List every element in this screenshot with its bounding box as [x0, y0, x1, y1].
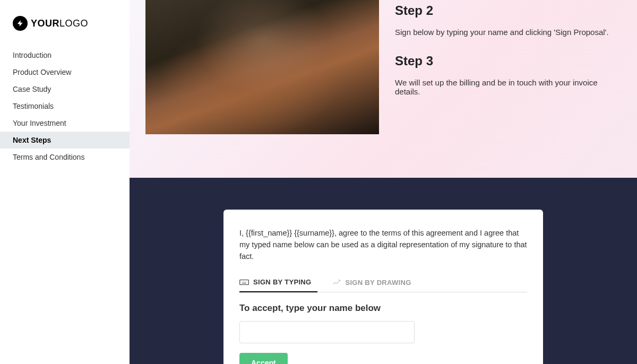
signature-section: I, {{first_name}} {{surname}}, agree to …: [130, 178, 637, 364]
name-input[interactable]: [239, 321, 415, 343]
pen-icon: [332, 279, 341, 286]
step3-text: We will set up the billing and be in tou…: [395, 78, 621, 96]
sidebar: YOURLOGO Introduction Product Overview C…: [0, 0, 130, 364]
tab-typing-label: SIGN BY TYPING: [253, 278, 311, 286]
sign-tabs: SIGN BY TYPING SIGN BY DRAWING: [239, 274, 527, 292]
step-image: [145, 0, 379, 134]
accept-label: To accept, type your name below: [239, 303, 527, 314]
accept-button[interactable]: Accept: [239, 353, 288, 364]
signature-card: I, {{first_name}} {{surname}}, agree to …: [223, 210, 543, 364]
svg-rect-0: [240, 280, 249, 284]
tab-drawing-label: SIGN BY DRAWING: [345, 279, 411, 287]
nav-list: Introduction Product Overview Case Study…: [0, 47, 130, 166]
tab-sign-by-drawing[interactable]: SIGN BY DRAWING: [332, 274, 417, 292]
main-content: Step 2 Sign below by typing your name an…: [130, 0, 637, 364]
steps-content: Step 2 Sign below by typing your name an…: [395, 0, 621, 157]
sidebar-item-your-investment[interactable]: Your Investment: [0, 115, 130, 132]
sidebar-item-product-overview[interactable]: Product Overview: [0, 64, 130, 81]
agreement-text: I, {{first_name}} {{surname}}, agree to …: [239, 228, 527, 262]
sidebar-item-terms[interactable]: Terms and Conditions: [0, 149, 130, 166]
logo-icon: [13, 16, 28, 31]
logo: YOURLOGO: [0, 0, 130, 47]
sidebar-item-next-steps[interactable]: Next Steps: [0, 132, 130, 149]
step2-heading: Step 2: [395, 3, 621, 18]
steps-section: Step 2 Sign below by typing your name an…: [130, 0, 637, 178]
sidebar-item-introduction[interactable]: Introduction: [0, 47, 130, 64]
tab-sign-by-typing[interactable]: SIGN BY TYPING: [239, 274, 317, 292]
step2-text: Sign below by typing your name and click…: [395, 28, 621, 37]
step3-heading: Step 3: [395, 54, 621, 68]
keyboard-icon: [239, 279, 249, 286]
sidebar-item-testimonials[interactable]: Testimonials: [0, 98, 130, 115]
logo-text: YOURLOGO: [31, 18, 88, 29]
sidebar-item-case-study[interactable]: Case Study: [0, 81, 130, 98]
